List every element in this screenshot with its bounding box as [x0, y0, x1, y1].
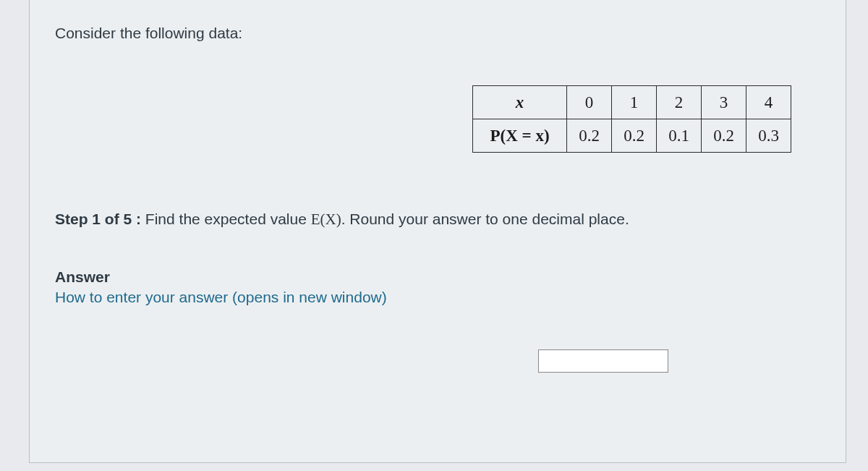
p-val-0: 0.2: [567, 119, 612, 153]
step-body-after: . Round your answer to one decimal place…: [341, 211, 629, 227]
p-val-2: 0.1: [657, 119, 702, 153]
answer-section: Answer How to enter your answer (opens i…: [55, 268, 820, 306]
p-val-1: 0.2: [612, 119, 657, 153]
answer-help-link[interactable]: How to enter your answer (opens in new w…: [55, 289, 820, 306]
x-val-2: 2: [657, 86, 702, 119]
row-header-x: x: [473, 86, 567, 119]
p-val-4: 0.3: [746, 119, 791, 153]
x-val-1: 1: [612, 86, 657, 119]
question-card: Consider the following data: x 0 1 2 3 4…: [29, 0, 846, 463]
page-root: Consider the following data: x 0 1 2 3 4…: [0, 0, 868, 471]
table-row-x: x 0 1 2 3 4: [473, 86, 791, 119]
data-table-wrap: x 0 1 2 3 4 P(X = x) 0.2 0.2 0.1 0.2 0.3: [55, 85, 820, 153]
step-instruction: Step 1 of 5 : Find the expected value E(…: [55, 211, 820, 229]
p-val-3: 0.2: [702, 119, 746, 153]
probability-table: x 0 1 2 3 4 P(X = x) 0.2 0.2 0.1 0.2 0.3: [472, 85, 791, 153]
question-prompt: Consider the following data:: [55, 25, 820, 42]
x-val-0: 0: [567, 86, 612, 119]
answer-input-wrap: [55, 349, 820, 373]
table-row-p: P(X = x) 0.2 0.2 0.1 0.2 0.3: [473, 119, 791, 153]
step-label: Step 1 of 5 :: [55, 211, 141, 227]
row-header-p: P(X = x): [473, 119, 567, 153]
expected-value-symbol: E(X): [311, 211, 341, 228]
x-val-4: 4: [746, 86, 791, 119]
x-variable-label: x: [516, 93, 524, 111]
answer-input[interactable]: [538, 349, 668, 373]
x-val-3: 3: [702, 86, 746, 119]
answer-label: Answer: [55, 268, 820, 286]
step-body-before: Find the expected value: [141, 211, 311, 227]
